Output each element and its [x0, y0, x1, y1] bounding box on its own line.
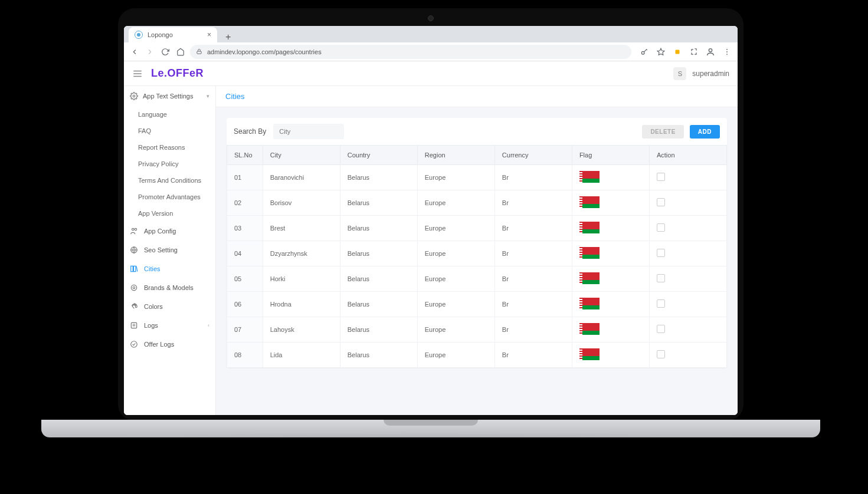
sidebar-item-label: Logs [144, 322, 158, 329]
cell-action [649, 266, 726, 292]
sidebar-sub-item[interactable]: App Version [124, 205, 215, 222]
sidebar-sub-item[interactable]: Terms And Conditions [124, 172, 215, 189]
browser-address-bar: admindev.lopongo.com/pages/countries [124, 42, 738, 61]
row-checkbox[interactable] [657, 274, 665, 282]
cell-city: Baranovichi [263, 165, 340, 190]
table-row: 04DzyarzhynskBelarusEuropeBr [227, 241, 727, 266]
row-checkbox[interactable] [657, 299, 665, 308]
cell-region: Europe [417, 216, 494, 241]
sidebar-sub-item[interactable]: Report Reasons [124, 139, 215, 156]
sidebar-item-label: Seo Setting [144, 246, 178, 253]
svg-point-6 [726, 51, 728, 52]
cell-country: Belarus [340, 165, 417, 190]
sidebar-item[interactable]: Logs‹ [124, 316, 215, 335]
cell-region: Europe [417, 190, 494, 216]
delete-button[interactable]: DELETE [642, 125, 683, 139]
screen: Lopongo × + admindev.lopong [124, 26, 738, 415]
star-icon[interactable] [655, 46, 667, 58]
add-button[interactable]: ADD [690, 125, 720, 139]
cell-flag [572, 190, 649, 216]
sidebar-item[interactable]: Brands & Models [124, 278, 215, 297]
sidebar-group-label: App Text Settings [143, 93, 193, 100]
cell-flag [572, 216, 649, 241]
cell-sl: 03 [227, 216, 263, 241]
puzzle-icon[interactable] [688, 46, 700, 58]
new-tab-button[interactable]: + [222, 32, 234, 42]
svg-rect-3 [676, 50, 680, 54]
cell-country: Belarus [340, 216, 417, 241]
cell-country: Belarus [340, 241, 417, 266]
cell-action [649, 190, 726, 216]
table-row: 03BrestBelarusEuropeBr [227, 216, 727, 241]
flag-belarus-icon [579, 196, 600, 208]
col-action: Action [649, 146, 726, 165]
row-checkbox[interactable] [657, 325, 665, 333]
sidebar-sub-item[interactable]: Privacy Policy [124, 156, 215, 172]
cell-currency: Br [494, 165, 572, 190]
sidebar-item[interactable]: Offer Logs [124, 335, 215, 354]
url-field[interactable]: admindev.lopongo.com/pages/countries [190, 45, 631, 59]
flag-belarus-icon [579, 348, 600, 360]
sidebar-sub-item[interactable]: FAQ [124, 123, 215, 139]
sidebar-group-app-text-settings[interactable]: App Text Settings ▾ [124, 86, 215, 106]
hamburger-icon[interactable] [132, 68, 143, 79]
cell-country: Belarus [340, 342, 417, 368]
sidebar-item[interactable]: App Config [124, 222, 215, 241]
row-checkbox[interactable] [657, 198, 665, 206]
sidebar-item-icon [130, 227, 138, 235]
cell-action [649, 292, 726, 317]
gear-icon [130, 92, 138, 100]
col-city: City [263, 146, 340, 165]
reload-icon[interactable] [159, 46, 171, 58]
home-icon[interactable] [175, 46, 186, 58]
table-header-row: SL.No City Country Region Currency Flag … [227, 146, 727, 165]
cell-country: Belarus [340, 266, 417, 292]
sidebar-item-icon [130, 284, 138, 292]
sidebar-item-label: Cities [144, 265, 161, 272]
extension-icon[interactable] [672, 46, 683, 58]
laptop-frame: Lopongo × + admindev.lopong [118, 8, 743, 421]
sidebar-item[interactable]: Colors [124, 297, 215, 316]
app-body: App Text Settings ▾ LanguageFAQReport Re… [124, 86, 738, 415]
sidebar-item-icon [130, 246, 138, 254]
cell-sl: 07 [227, 317, 263, 342]
flag-belarus-icon [579, 171, 600, 183]
svg-rect-16 [133, 266, 136, 271]
row-checkbox[interactable] [657, 350, 665, 358]
brand-logo: Le.OFFeR [151, 67, 204, 80]
flag-belarus-icon [579, 222, 600, 233]
table-row: 06HrodnaBelarusEuropeBr [227, 292, 727, 317]
sidebar-item-label: Offer Logs [144, 341, 174, 348]
row-checkbox[interactable] [657, 173, 665, 181]
cell-region: Europe [417, 342, 494, 368]
table-row: 01BaranovichiBelarusEuropeBr [227, 165, 727, 190]
content: Search By DELETE ADD SL.No Ci [216, 107, 738, 415]
forward-icon[interactable] [144, 46, 156, 58]
sidebar-sub-item[interactable]: Promoter Advantages [124, 189, 215, 205]
search-label: Search By [234, 127, 266, 136]
sidebar-item[interactable]: Cities [124, 259, 215, 278]
cell-action [649, 241, 726, 266]
browser-tab[interactable]: Lopongo × [129, 27, 217, 42]
sidebar-item[interactable]: Seo Setting [124, 241, 215, 259]
back-icon[interactable] [129, 46, 140, 58]
sidebar-sub-item[interactable]: Language [124, 106, 215, 123]
cell-region: Europe [417, 292, 494, 317]
svg-point-7 [726, 54, 728, 55]
search-input[interactable] [273, 124, 344, 139]
row-checkbox[interactable] [657, 249, 665, 257]
key-icon[interactable] [638, 46, 650, 58]
row-checkbox[interactable] [657, 223, 665, 232]
profile-icon[interactable] [705, 46, 716, 58]
header-user[interactable]: S superadmin [673, 67, 729, 80]
menu-dots-icon[interactable] [721, 46, 733, 58]
cell-currency: Br [494, 241, 572, 266]
browser-tabs-bar: Lopongo × + [124, 26, 738, 42]
cell-region: Europe [417, 165, 494, 190]
svg-point-19 [133, 286, 135, 289]
svg-line-17 [136, 266, 137, 271]
tab-close-icon[interactable]: × [207, 31, 211, 39]
sidebar-item-icon [130, 265, 138, 273]
cell-flag [572, 241, 649, 266]
cell-action [649, 317, 726, 342]
